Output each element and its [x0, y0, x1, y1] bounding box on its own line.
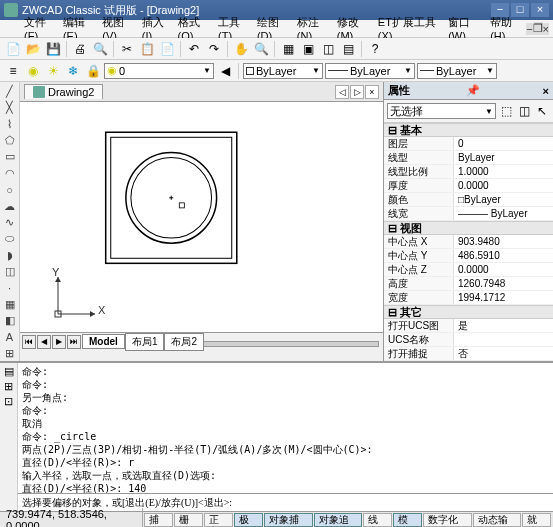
layer-c-icon[interactable]: ❄ — [64, 62, 82, 80]
prop-linetype-val[interactable]: ByLayer — [454, 151, 553, 164]
line-icon[interactable]: ╱ — [2, 84, 18, 98]
revcloud-icon[interactable]: ☁ — [2, 199, 18, 213]
tab-layout2[interactable]: 布局2 — [164, 333, 204, 351]
group-other[interactable]: ⊟其它 — [384, 305, 553, 319]
status-lwt[interactable]: 线宽 — [363, 513, 392, 527]
linetype-combo[interactable]: ByLayer▼ — [325, 63, 415, 79]
pickadd-icon[interactable]: ◫ — [516, 103, 532, 119]
doc-close-button[interactable]: × — [543, 23, 549, 35]
tool-d-icon[interactable]: ▤ — [339, 40, 357, 58]
xline-icon[interactable]: ╳ — [2, 100, 18, 114]
status-osnap[interactable]: 对象捕捉 — [264, 513, 312, 527]
status-grid[interactable]: 栅格 — [174, 513, 203, 527]
layer-prev-icon[interactable]: ◀ — [216, 62, 234, 80]
color-combo[interactable]: ByLayer▼ — [243, 63, 323, 79]
layer-d-icon[interactable]: 🔒 — [84, 62, 102, 80]
pan-icon[interactable]: ✋ — [232, 40, 250, 58]
properties-panel: 属性 📌 × 无选择▼ ⬚ ◫ ↖ ⊟基本 图层0 线型ByLayer 线型比例… — [383, 82, 553, 361]
prop-centerx-val[interactable]: 903.9480 — [454, 235, 553, 248]
prop-width-val[interactable]: 1994.1712 — [454, 291, 553, 304]
doc-restore-button[interactable]: ❐ — [533, 22, 543, 35]
arc-icon[interactable]: ◠ — [2, 166, 18, 180]
status-ready[interactable]: 就绪 — [522, 513, 551, 527]
quickselect-icon[interactable]: ⬚ — [498, 103, 514, 119]
lineweight-combo[interactable]: ByLayer▼ — [417, 63, 497, 79]
properties-close-icon[interactable]: × — [543, 85, 549, 97]
prop-snap-val[interactable]: 否 — [454, 347, 553, 360]
tool-a-icon[interactable]: ▦ — [279, 40, 297, 58]
preview-icon[interactable]: 🔍 — [91, 40, 109, 58]
layout-last-icon[interactable]: ⏭ — [67, 335, 81, 349]
paste-icon[interactable]: 📄 — [158, 40, 176, 58]
prop-thickness-val[interactable]: 0.0000 — [454, 179, 553, 192]
layer-a-icon[interactable]: ◉ — [24, 62, 42, 80]
status-model[interactable]: 模型 — [393, 513, 422, 527]
ucs-y-label: Y — [52, 266, 59, 278]
status-ortho[interactable]: 正交 — [204, 513, 233, 527]
prop-height-val[interactable]: 1260.7948 — [454, 277, 553, 290]
prop-centery-val[interactable]: 486.5910 — [454, 249, 553, 262]
tool-c-icon[interactable]: ◫ — [319, 40, 337, 58]
redo-icon[interactable]: ↷ — [205, 40, 223, 58]
point-icon[interactable]: · — [2, 281, 18, 295]
drawing-canvas[interactable]: X Y — [20, 102, 383, 332]
group-view[interactable]: ⊟视图 — [384, 221, 553, 235]
help-icon[interactable]: ? — [366, 40, 384, 58]
layout-first-icon[interactable]: ⏮ — [22, 335, 36, 349]
prop-lineweight-val[interactable]: ——— ByLayer — [454, 207, 553, 220]
layer-b-icon[interactable]: ☀ — [44, 62, 62, 80]
document-tab[interactable]: Drawing2 — [24, 84, 103, 99]
zoom-icon[interactable]: 🔍 — [252, 40, 270, 58]
status-dyn[interactable]: 动态输入 — [473, 513, 521, 527]
layout-prev-icon[interactable]: ◀ — [37, 335, 51, 349]
command-history[interactable]: 命令: 命令: 另一角点: 命令: 取消 命令: _circle 两点(2P)/… — [18, 363, 553, 493]
block-icon[interactable]: ◫ — [2, 264, 18, 278]
tab-layout1[interactable]: 布局1 — [125, 333, 165, 351]
close-button[interactable]: × — [531, 3, 549, 17]
prop-ucsname-val[interactable] — [454, 333, 553, 346]
group-basic[interactable]: ⊟基本 — [384, 123, 553, 137]
prop-color-val[interactable]: □ByLayer — [454, 193, 553, 206]
layer-manager-icon[interactable]: ≡ — [4, 62, 22, 80]
prop-ltscale-val[interactable]: 1.0000 — [454, 165, 553, 178]
prop-ucs-val[interactable]: 是 — [454, 319, 553, 332]
layout-next-icon[interactable]: ▶ — [52, 335, 66, 349]
rectangle-icon[interactable]: ▭ — [2, 150, 18, 164]
tab-model[interactable]: Model — [82, 334, 125, 349]
spline-icon[interactable]: ∿ — [2, 215, 18, 229]
pline-icon[interactable]: ⌇ — [2, 117, 18, 131]
cmd-icon-c[interactable]: ⊡ — [4, 395, 13, 408]
text-icon[interactable]: A — [2, 330, 18, 344]
status-tablet[interactable]: 数字化仪 — [423, 513, 471, 527]
table-icon[interactable]: ⊞ — [2, 347, 18, 361]
ellipse-icon[interactable]: ⬭ — [2, 232, 18, 246]
tool-b-icon[interactable]: ▣ — [299, 40, 317, 58]
command-input[interactable] — [22, 497, 549, 508]
status-polar[interactable]: 极轴 — [234, 513, 263, 527]
select-icon[interactable]: ↖ — [534, 103, 550, 119]
undo-icon[interactable]: ↶ — [185, 40, 203, 58]
prop-layer-val[interactable]: 0 — [454, 137, 553, 150]
cmd-icon-b[interactable]: ⊞ — [4, 380, 13, 393]
print-icon[interactable]: 🖨 — [71, 40, 89, 58]
cmd-icon-a[interactable]: ▤ — [4, 365, 14, 378]
status-snap[interactable]: 捕捉 — [144, 513, 173, 527]
prop-centerz-val[interactable]: 0.0000 — [454, 263, 553, 276]
properties-pin-icon[interactable]: 📌 — [466, 84, 480, 97]
selection-combo[interactable]: 无选择▼ — [387, 103, 496, 119]
new-icon[interactable]: 📄 — [4, 40, 22, 58]
open-icon[interactable]: 📂 — [24, 40, 42, 58]
save-icon[interactable]: 💾 — [44, 40, 62, 58]
cut-icon[interactable]: ✂ — [118, 40, 136, 58]
copy-icon[interactable]: 📋 — [138, 40, 156, 58]
region-icon[interactable]: ◧ — [2, 314, 18, 328]
tab-close-icon[interactable]: × — [365, 85, 379, 99]
status-otrack[interactable]: 对象追踪 — [314, 513, 362, 527]
circle-icon[interactable]: ○ — [2, 182, 18, 196]
tab-prev-icon[interactable]: ◁ — [335, 85, 349, 99]
layer-combo[interactable]: ◉0▼ — [104, 63, 214, 79]
tab-next-icon[interactable]: ▷ — [350, 85, 364, 99]
ellipse-arc-icon[interactable]: ◗ — [2, 248, 18, 262]
polygon-icon[interactable]: ⬠ — [2, 133, 18, 147]
hatch-icon[interactable]: ▦ — [2, 297, 18, 311]
